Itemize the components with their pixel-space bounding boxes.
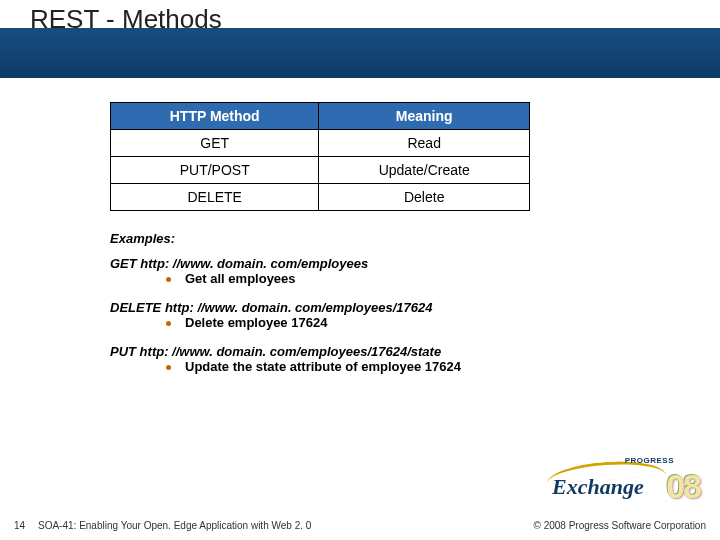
example-desc-row: Update the state attribute of employee 1… [110, 359, 660, 374]
example-desc-row: Get all employees [110, 271, 660, 286]
http-methods-table: HTTP Method Meaning GET Read PUT/POST Up… [110, 102, 530, 211]
cell-meaning: Delete [319, 184, 530, 211]
title-bar: REST - Methods [0, 0, 720, 78]
bullet-icon [166, 277, 171, 282]
cell-method: DELETE [111, 184, 319, 211]
page-number: 14 [14, 520, 38, 531]
bullet-icon [166, 321, 171, 326]
example-request: PUT http: //www. domain. com/employees/1… [110, 344, 660, 359]
col-header-method: HTTP Method [111, 103, 319, 130]
example-request: GET http: //www. domain. com/employees [110, 256, 660, 271]
example-block: DELETE http: //www. domain. com/employee… [110, 300, 660, 330]
table-row: GET Read [111, 130, 530, 157]
example-description: Update the state attribute of employee 1… [185, 359, 461, 374]
slide-footer: 14 SOA-41: Enabling Your Open. Edge Appl… [0, 510, 720, 540]
col-header-meaning: Meaning [319, 103, 530, 130]
progress-exchange-logo: PROGRESS Exchange 08 [552, 456, 702, 506]
logo-product: Exchange [552, 474, 644, 500]
example-desc-row: Delete employee 17624 [110, 315, 660, 330]
slide-title: REST - Methods [30, 4, 720, 35]
examples-heading: Examples: [110, 231, 660, 246]
footer-copyright: © 2008 Progress Software Corporation [534, 520, 706, 531]
cell-method: GET [111, 130, 319, 157]
slide-content: HTTP Method Meaning GET Read PUT/POST Up… [0, 78, 720, 374]
logo-year: 08 [666, 467, 700, 506]
bullet-icon [166, 365, 171, 370]
example-block: GET http: //www. domain. com/employees G… [110, 256, 660, 286]
example-description: Get all employees [185, 271, 296, 286]
table-header-row: HTTP Method Meaning [111, 103, 530, 130]
logo-brand: PROGRESS [625, 456, 674, 465]
example-request: DELETE http: //www. domain. com/employee… [110, 300, 660, 315]
example-block: PUT http: //www. domain. com/employees/1… [110, 344, 660, 374]
cell-meaning: Update/Create [319, 157, 530, 184]
table-row: PUT/POST Update/Create [111, 157, 530, 184]
example-description: Delete employee 17624 [185, 315, 327, 330]
cell-method: PUT/POST [111, 157, 319, 184]
footer-title: SOA-41: Enabling Your Open. Edge Applica… [38, 520, 534, 531]
cell-meaning: Read [319, 130, 530, 157]
table-row: DELETE Delete [111, 184, 530, 211]
